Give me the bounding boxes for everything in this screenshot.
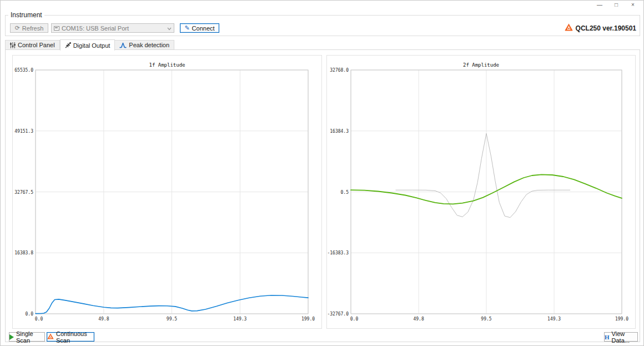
chart-1f-amplitude: 65535.049151.332767.516383.80.00.049.899… — [13, 56, 321, 328]
svg-text:49.8: 49.8 — [98, 317, 109, 322]
svg-text:-16383.3: -16383.3 — [327, 250, 349, 255]
refresh-button[interactable]: ⟳ Refresh — [10, 23, 48, 33]
svg-text:0.0: 0.0 — [35, 317, 43, 322]
svg-text:0.5: 0.5 — [341, 190, 349, 195]
close-button[interactable]: × — [625, 1, 641, 9]
brand-text: QCL250 ver.190501 — [576, 24, 636, 32]
serial-port-icon — [54, 26, 59, 31]
svg-text:149.3: 149.3 — [233, 317, 246, 322]
tab-label: Digital Output — [73, 42, 110, 49]
svg-text:65535.0: 65535.0 — [14, 68, 33, 73]
connect-button[interactable]: ✎ Connect — [180, 23, 219, 33]
view-data-button[interactable]: H View Data... — [604, 332, 638, 342]
maximize-icon: □ — [615, 2, 618, 8]
svg-text:49151.3: 49151.3 — [14, 129, 33, 134]
peak-curve-icon — [119, 42, 127, 48]
chart-panel-2f: 32768.016384.30.5-16383.3-32767.00.049.8… — [326, 55, 636, 329]
svg-text:49.8: 49.8 — [413, 317, 424, 322]
brand-logo-icon — [565, 23, 573, 33]
svg-text:16384.3: 16384.3 — [330, 129, 349, 134]
tab-digital-output[interactable]: Digital Output — [60, 39, 115, 51]
minimize-button[interactable]: — — [591, 1, 608, 9]
com-port-select[interactable]: COM15: USB Serial Port — [51, 23, 174, 33]
tab-peak-detection[interactable]: Peak detection — [115, 40, 174, 50]
refresh-icon: ⟳ — [15, 24, 20, 32]
sliders-icon — [10, 42, 16, 48]
instrument-groupbox: Instrument ⟳ Refresh COM15: USB Serial P… — [5, 15, 640, 36]
play-icon — [9, 334, 14, 340]
continuous-scan-button[interactable]: Continuous Scan — [47, 332, 94, 342]
svg-text:99.5: 99.5 — [167, 317, 177, 322]
connect-icon: ✎ — [184, 24, 189, 32]
digital-output-icon — [65, 42, 71, 48]
chart-title-1f: 1f Amplitude — [13, 62, 321, 68]
chart-2f-amplitude: 32768.016384.30.5-16383.3-32767.00.049.8… — [327, 56, 635, 328]
brand-badge: QCL250 ver.190501 — [565, 23, 636, 33]
view-data-icon: H — [605, 334, 610, 340]
svg-text:32767.5: 32767.5 — [14, 190, 33, 195]
svg-text:0.0: 0.0 — [350, 317, 359, 322]
window-controls: — □ × — [591, 1, 641, 9]
single-scan-button[interactable]: Single Scan — [9, 332, 45, 342]
chart-panel-1f: 65535.049151.332767.516383.80.00.049.899… — [12, 55, 322, 329]
continuous-scan-label: Continuous Scan — [56, 330, 94, 344]
svg-text:199.0: 199.0 — [615, 317, 628, 322]
instrument-group-label: Instrument — [8, 12, 44, 19]
continuous-scan-icon — [47, 333, 54, 340]
connect-button-label: Connect — [192, 25, 215, 32]
single-scan-label: Single Scan — [16, 330, 44, 344]
svg-text:199.0: 199.0 — [301, 317, 315, 322]
app-window: { "window": { "controls": { "minimize": … — [0, 0, 644, 346]
svg-text:32768.0: 32768.0 — [330, 68, 349, 73]
chart-title-2f: 2f Amplitude — [327, 62, 635, 68]
maximize-button[interactable]: □ — [608, 1, 625, 9]
com-port-value: COM15: USB Serial Port — [62, 25, 129, 32]
svg-text:99.5: 99.5 — [481, 317, 491, 322]
close-icon: × — [631, 2, 635, 8]
svg-text:16383.8: 16383.8 — [14, 250, 33, 255]
tab-label: Peak detection — [129, 42, 169, 48]
tab-strip: Control Panel Digital Output Peak detect… — [5, 39, 174, 51]
minimize-icon: — — [597, 2, 602, 8]
chevron-down-icon — [167, 25, 172, 32]
tab-control-panel[interactable]: Control Panel — [5, 40, 60, 50]
svg-text:149.3: 149.3 — [547, 317, 561, 322]
refresh-button-label: Refresh — [22, 25, 44, 32]
svg-text:-32767.0: -32767.0 — [327, 312, 349, 317]
digital-output-page: 65535.049151.332767.516383.80.00.049.899… — [5, 49, 640, 342]
svg-text:0.0: 0.0 — [26, 312, 34, 317]
view-data-label: View Data... — [612, 330, 637, 344]
tab-label: Control Panel — [18, 42, 55, 48]
